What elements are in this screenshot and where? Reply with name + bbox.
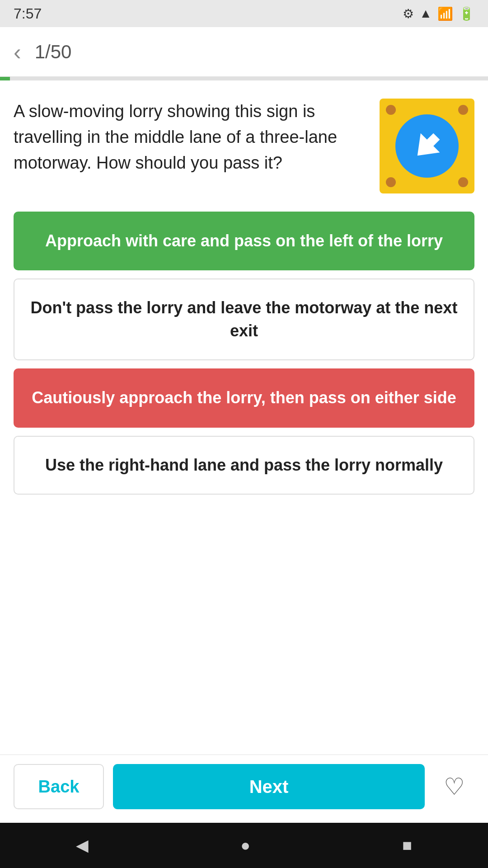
- answer-option-d[interactable]: Use the right-hand lane and pass the lor…: [14, 436, 474, 495]
- back-button[interactable]: Back: [14, 764, 104, 809]
- next-button[interactable]: Next: [113, 764, 425, 809]
- answer-options: Approach with care and pass on the left …: [14, 212, 474, 495]
- main-content: A slow-moving lorry showing this sign is…: [0, 80, 488, 755]
- heart-icon: ♡: [444, 773, 465, 800]
- battery-icon: 🔋: [459, 6, 474, 21]
- page-counter: 1/50: [35, 41, 72, 63]
- nav-bar: ‹ 1/50: [0, 27, 488, 77]
- status-time: 7:57: [14, 5, 42, 22]
- sign-corner-tr: [458, 105, 468, 115]
- svg-marker-0: [408, 127, 446, 165]
- signal-icon: 📶: [437, 6, 453, 21]
- spacer: [14, 504, 474, 741]
- answer-option-a[interactable]: Approach with care and pass on the left …: [14, 212, 474, 270]
- answer-option-b[interactable]: Don't pass the lorry and leave the motor…: [14, 278, 474, 360]
- bottom-buttons: Back Next ♡: [0, 755, 488, 823]
- question-section: A slow-moving lorry showing this sign is…: [14, 99, 474, 193]
- settings-icon: ⚙: [403, 6, 414, 21]
- sign-corner-bl: [386, 177, 396, 187]
- progress-bar-fill: [0, 77, 10, 80]
- system-nav: ◀ ● ■: [0, 823, 488, 868]
- system-back-button[interactable]: ◀: [76, 836, 89, 855]
- question-text: A slow-moving lorry showing this sign is…: [14, 99, 366, 176]
- sign-corner-br: [458, 177, 468, 187]
- wifi-icon: ▲: [419, 6, 432, 21]
- system-home-button[interactable]: ●: [240, 836, 250, 855]
- status-icons: ⚙ ▲ 📶 🔋: [403, 6, 474, 21]
- sign-arrow-svg: [407, 126, 447, 166]
- answer-option-c[interactable]: Cautiously approach the lorry, then pass…: [14, 368, 474, 427]
- sign-corner-tl: [386, 105, 396, 115]
- question-image: [380, 99, 474, 193]
- progress-bar-container: [0, 77, 488, 80]
- favourite-button[interactable]: ♡: [434, 764, 474, 809]
- sign-circle: [395, 114, 459, 178]
- status-bar: 7:57 ⚙ ▲ 📶 🔋: [0, 0, 488, 27]
- back-nav-button[interactable]: ‹: [14, 39, 21, 65]
- system-recents-button[interactable]: ■: [402, 836, 412, 855]
